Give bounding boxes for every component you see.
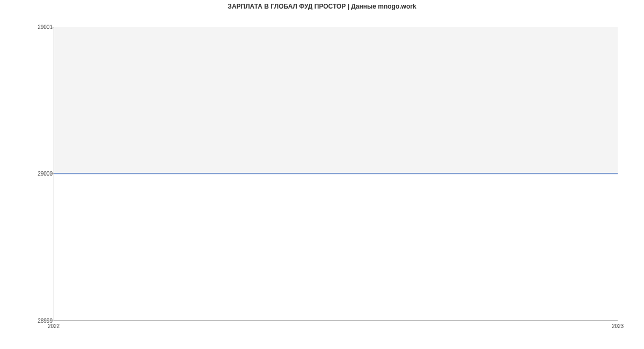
y-tick-label: 28999 <box>38 318 53 324</box>
data-line <box>54 173 618 174</box>
x-tick-label: 2022 <box>48 323 60 329</box>
y-tick-mark <box>51 321 54 321</box>
chart-title: ЗАРПЛАТА В ГЛОБАЛ ФУД ПРОСТОР | Данные m… <box>0 3 644 10</box>
plot-area <box>54 27 618 321</box>
y-tick-label: 29001 <box>38 24 53 30</box>
area-fill <box>54 27 618 173</box>
y-tick-label: 29000 <box>38 171 53 177</box>
chart-container: ЗАРПЛАТА В ГЛОБАЛ ФУД ПРОСТОР | Данные m… <box>0 0 644 349</box>
x-tick-label: 2023 <box>612 323 624 329</box>
